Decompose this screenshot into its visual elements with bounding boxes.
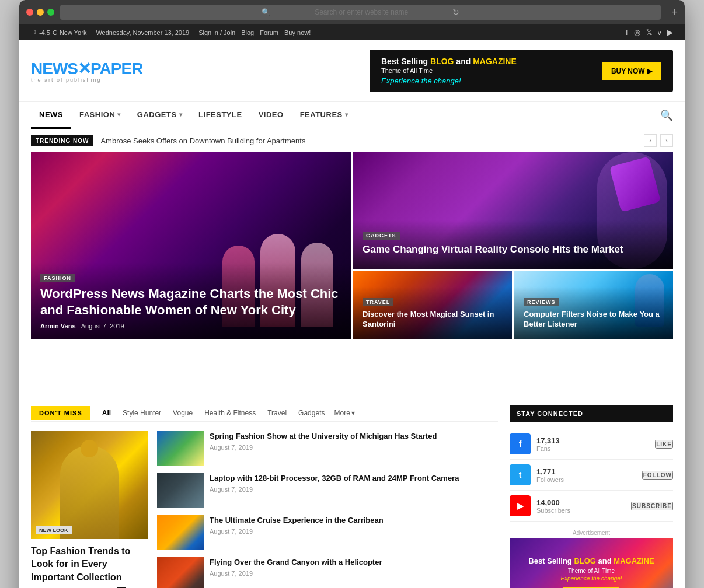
buy-now-link[interactable]: Buy now! [284, 29, 311, 36]
trending-navigation: ‹ › [644, 134, 673, 147]
topbar-date: Wednesday, November 13, 2019 [96, 29, 189, 36]
trending-next-button[interactable]: › [660, 134, 673, 147]
twitter-logo: t [510, 464, 531, 485]
minimize-button[interactable] [37, 9, 44, 16]
tab-more[interactable]: More ▾ [330, 405, 358, 421]
dont-miss-label: DON'T MISS [31, 406, 90, 420]
banner-text: Best Selling BLOG and MAGAZINE Theme of … [381, 57, 517, 85]
article-thumb-1 [157, 473, 204, 508]
dont-miss-main: DON'T MISS All Style Hunter Vogue Health… [31, 405, 498, 588]
nav-search-icon[interactable]: 🔍 [660, 109, 673, 122]
new-tab-button[interactable]: + [671, 6, 678, 19]
list-item[interactable]: Spring Fashion Show at the University of… [157, 431, 498, 466]
hero-reviews-article[interactable]: REVIEWS Computer Filters Noise to Make Y… [514, 271, 673, 339]
nav-item-fashion[interactable]: FASHION▾ [71, 102, 129, 129]
header-ad-banner[interactable]: Best Selling BLOG and MAGAZINE Theme of … [370, 50, 673, 92]
facebook-stats: 17,313 Fans [536, 436, 560, 452]
banner-subtitle: Theme of All Time [381, 67, 517, 74]
article-date-2: August 7, 2019 [210, 528, 498, 535]
refresh-icon[interactable]: ↻ [452, 8, 459, 17]
blog-link[interactable]: Blog [241, 29, 254, 36]
instagram-topbar-icon[interactable]: ◎ [634, 28, 640, 37]
banner-buy-button[interactable]: BUY NOW ▶ [602, 62, 661, 80]
hero-bottom-grid: TRAVEL Discover the Most Magical Sunset … [353, 271, 673, 339]
browser-chrome: 🔍 ↻ + [19, 0, 685, 24]
nav-item-video[interactable]: VIDEO [250, 102, 292, 129]
tab-travel[interactable]: Travel [262, 405, 292, 421]
youtube-row: ▶ 14,000 Subscribers SUBSCRIBE [510, 491, 673, 522]
hero-santorini-category: TRAVEL [363, 298, 393, 306]
moon-icon: ☽ [31, 29, 37, 36]
facebook-like-button[interactable]: LIKE [655, 440, 673, 449]
article-thumb-2 [157, 515, 204, 550]
tab-all[interactable]: All [96, 405, 117, 421]
nav-item-news[interactable]: NEWS [31, 102, 71, 129]
address-bar[interactable]: 🔍 ↻ [60, 5, 661, 20]
article-thumb-img-2 [157, 515, 204, 550]
tab-vogue[interactable]: Vogue [167, 405, 198, 421]
url-input[interactable] [274, 8, 449, 16]
trending-prev-button[interactable]: ‹ [644, 134, 657, 147]
sign-in-link[interactable]: Sign in / Join [198, 29, 235, 36]
hero-main-date: August 7, 2019 [81, 323, 124, 330]
topbar-left: ☽ -4.5 C New York Wednesday, November 13… [31, 29, 311, 36]
site-header: NEWS✕PAPER the art of publishing Best Se… [19, 40, 685, 102]
sidebar-ad-banner[interactable]: Best Selling BLOG and MAGAZINE Theme of … [510, 538, 673, 588]
main-content: FASHION WordPress News Magazine Charts t… [19, 152, 685, 588]
vimeo-topbar-icon[interactable]: v [658, 28, 662, 37]
twitter-topbar-icon[interactable]: 𝕏 [646, 28, 652, 37]
hero-main-author: Armin Vans [40, 323, 76, 330]
hero-main-title: WordPress News Magazine Charts the Most … [40, 286, 341, 319]
close-button[interactable] [26, 9, 33, 16]
article-info-1: Laptop with 128-bit Processor, 32GB of R… [210, 473, 498, 493]
nav-item-gadgets[interactable]: GADGETS▾ [129, 102, 190, 129]
forum-link[interactable]: Forum [260, 29, 278, 36]
article-info-3: Flying Over the Grand Canyon with a Heli… [210, 557, 498, 577]
list-item[interactable]: The Ultimate Cruise Experience in the Ca… [157, 515, 498, 550]
featured-article-image[interactable]: New Look [31, 431, 148, 539]
facebook-topbar-icon[interactable]: f [626, 28, 628, 37]
hero-main-article[interactable]: FASHION WordPress News Magazine Charts t… [31, 152, 351, 339]
tab-style-hunter[interactable]: Style Hunter [117, 405, 167, 421]
logo-paper: PAPER [90, 60, 142, 78]
site-logo[interactable]: NEWS✕PAPER the art of publishing [31, 59, 142, 83]
featured-title[interactable]: Top Fashion Trends to Look for in Every … [31, 545, 148, 584]
tab-gadgets[interactable]: Gadgets [292, 405, 330, 421]
list-item[interactable]: Flying Over the Grand Canyon with a Heli… [157, 557, 498, 588]
temperature: -4.5 [39, 29, 50, 36]
twitter-follow-button[interactable]: FOLLOW [642, 471, 673, 480]
article-date-1: August 7, 2019 [210, 486, 498, 493]
temp-unit: C [53, 29, 57, 36]
tab-health-fitness[interactable]: Health & Fitness [198, 405, 262, 421]
search-icon: 🔍 [262, 8, 270, 16]
hero-reviews-category: REVIEWS [524, 298, 559, 306]
youtube-topbar-icon[interactable]: ▶ [667, 28, 673, 37]
trending-text: Ambrose Seeks Offers on Downtown Buildin… [100, 136, 637, 145]
hero-right-grid: GADGETS Game Changing Virtual Reality Co… [353, 152, 673, 388]
facebook-count: 17,313 [536, 436, 560, 445]
list-item[interactable]: Laptop with 128-bit Processor, 32GB of R… [157, 473, 498, 508]
hero-grid: FASHION WordPress News Magazine Charts t… [31, 152, 673, 388]
youtube-label: Subscribers [536, 507, 570, 514]
article-thumb-img-3 [157, 557, 204, 588]
topbar: ☽ -4.5 C New York Wednesday, November 13… [19, 24, 685, 40]
window-controls [26, 9, 54, 16]
hero-santorini-article[interactable]: TRAVEL Discover the Most Magical Sunset … [353, 271, 512, 339]
logo-text: NEWS✕PAPER [31, 59, 142, 78]
browser-window: 🔍 ↻ + ☽ -4.5 C New York Wednesday, Novem… [19, 0, 685, 588]
hero-vr-article[interactable]: GADGETS Game Changing Virtual Reality Co… [353, 152, 673, 269]
hero-reviews-overlay: REVIEWS Computer Filters Noise to Make Y… [514, 286, 673, 339]
nav-item-lifestyle[interactable]: LIFESTYLE [190, 102, 250, 129]
trending-label: TRENDING NOW [31, 135, 93, 146]
maximize-button[interactable] [47, 9, 54, 16]
youtube-subscribe-button[interactable]: SUBSCRIBE [631, 502, 673, 510]
banner-tagline: Experience the change! [381, 76, 517, 85]
sidebar-ad-title: Best Selling BLOG and MAGAZINE [528, 556, 654, 565]
hero-main-meta: Armin Vans - August 7, 2019 [40, 323, 341, 330]
nav-item-features[interactable]: FEATURES▾ [292, 102, 357, 129]
sidebar-ad-subtitle: Theme of All Time [568, 568, 615, 574]
stay-connected-header: STAY CONNECTED [510, 405, 673, 422]
article-title-1: Laptop with 128-bit Processor, 32GB of R… [210, 473, 498, 484]
article-list: Spring Fashion Show at the University of… [157, 431, 498, 588]
twitter-count: 1,771 [536, 467, 564, 476]
